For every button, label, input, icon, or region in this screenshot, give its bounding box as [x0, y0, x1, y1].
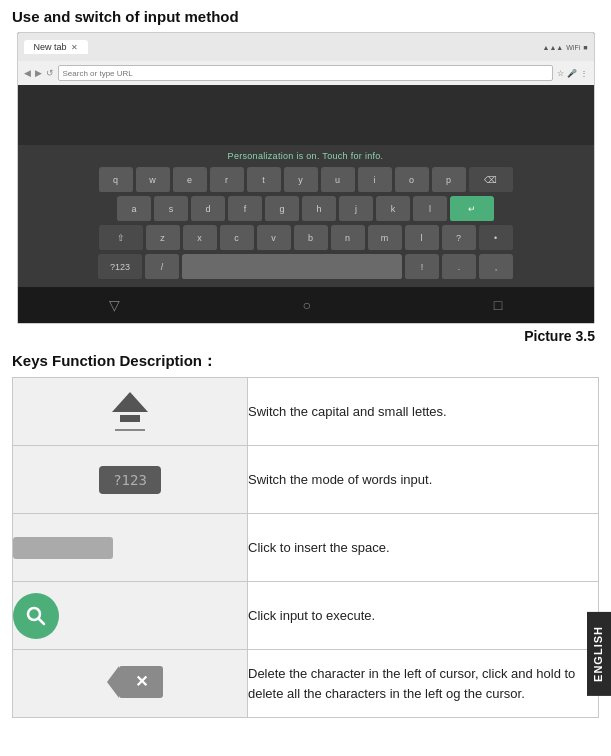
- menu-icon[interactable]: ⋮: [580, 69, 588, 78]
- search-circle-icon: [13, 593, 59, 639]
- key-e[interactable]: e: [173, 167, 207, 193]
- keyboard-row-2: a s d f g h j k l ↵: [22, 196, 590, 222]
- key-q[interactable]: q: [99, 167, 133, 193]
- key-s[interactable]: s: [154, 196, 188, 222]
- key-shift[interactable]: ⇧: [99, 225, 143, 251]
- mode-key-icon: ?123: [99, 466, 161, 494]
- key-x[interactable]: x: [183, 225, 217, 251]
- key-v[interactable]: v: [257, 225, 291, 251]
- keys-section-title: Keys Function Description：: [12, 352, 599, 371]
- key-o[interactable]: o: [395, 167, 429, 193]
- address-icons: ☆ 🎤 ⋮: [557, 69, 588, 78]
- forward-button[interactable]: ▶: [35, 68, 42, 78]
- delete-key-icon: ✕: [119, 666, 163, 698]
- key-period[interactable]: .: [442, 254, 476, 280]
- delete-icon-cell: ✕: [13, 650, 248, 718]
- table-row: ?123 Switch the mode of words input.: [13, 446, 599, 514]
- mode-description: Switch the mode of words input.: [248, 446, 599, 514]
- wifi-icon: WiFi: [566, 44, 580, 51]
- keyboard-row-3: ⇧ z x c v b n m l ? •: [22, 225, 590, 251]
- status-icons: ▲▲▲ WiFi ■: [542, 44, 587, 51]
- key-p[interactable]: p: [432, 167, 466, 193]
- browser-content: [18, 85, 594, 145]
- delete-description: Delete the character in the left of curs…: [248, 650, 599, 718]
- key-f[interactable]: f: [228, 196, 262, 222]
- function-table: Switch the capital and small lettes. ?12…: [12, 377, 599, 718]
- picture-label: Picture 3.5: [0, 324, 611, 348]
- key-i[interactable]: i: [358, 167, 392, 193]
- shift-arrow-shape: [112, 392, 148, 412]
- page-title: Use and switch of input method: [12, 8, 239, 25]
- sidebar-english-label: ENGLISH: [587, 612, 611, 696]
- space-description: Click to insert the space.: [248, 514, 599, 582]
- shift-icon: [112, 392, 148, 431]
- browser-tab: New tab ✕: [24, 40, 88, 54]
- key-b[interactable]: b: [294, 225, 328, 251]
- key-m[interactable]: m: [368, 225, 402, 251]
- space-bar-icon: [13, 537, 113, 559]
- shift-icon-cell: [13, 378, 248, 446]
- keys-section: Keys Function Description： Switch the ca…: [0, 348, 611, 718]
- svg-line-1: [39, 618, 45, 624]
- key-mode[interactable]: ?123: [98, 254, 142, 280]
- star-icon[interactable]: ☆: [557, 69, 564, 78]
- address-input[interactable]: [58, 65, 553, 81]
- mode-icon-cell: ?123: [13, 446, 248, 514]
- search-icon-cell: [13, 582, 248, 650]
- shift-line: [115, 429, 145, 431]
- key-exclaim[interactable]: !: [405, 254, 439, 280]
- delete-x-icon: ✕: [135, 672, 148, 691]
- address-bar-row: ◀ ▶ ↺ ☆ 🎤 ⋮: [18, 61, 594, 85]
- table-row: Switch the capital and small lettes.: [13, 378, 599, 446]
- search-svg-icon: [24, 604, 48, 628]
- key-t[interactable]: t: [247, 167, 281, 193]
- signal-icon: ▲▲▲: [542, 44, 563, 51]
- back-button[interactable]: ◀: [24, 68, 31, 78]
- table-row: Click input to execute.: [13, 582, 599, 650]
- key-l[interactable]: l: [413, 196, 447, 222]
- phone-screenshot: New tab ✕ ▲▲▲ WiFi ■ ◀ ▶ ↺ ☆ 🎤 ⋮ Persona…: [17, 32, 595, 324]
- key-r[interactable]: r: [210, 167, 244, 193]
- key-space[interactable]: [182, 254, 402, 280]
- home-nav-icon[interactable]: ○: [303, 297, 311, 313]
- key-delete[interactable]: ⌫: [469, 167, 513, 193]
- key-enter[interactable]: ↵: [450, 196, 494, 222]
- key-h[interactable]: h: [302, 196, 336, 222]
- key-w[interactable]: w: [136, 167, 170, 193]
- table-row: ✕ Delete the character in the left of cu…: [13, 650, 599, 718]
- keyboard-suggestion: Personalization is on. Touch for info.: [22, 151, 590, 161]
- keyboard-row-4: ?123 / ! . ,: [22, 254, 590, 280]
- key-y[interactable]: y: [284, 167, 318, 193]
- search-description: Click input to execute.: [248, 582, 599, 650]
- shift-description: Switch the capital and small lettes.: [248, 378, 599, 446]
- battery-icon: ■: [583, 44, 587, 51]
- back-nav-icon[interactable]: ▽: [109, 297, 120, 313]
- key-j[interactable]: j: [339, 196, 373, 222]
- recents-nav-icon[interactable]: □: [494, 297, 502, 313]
- header: Use and switch of input method: [0, 0, 611, 32]
- table-row: Click to insert the space.: [13, 514, 599, 582]
- key-a[interactable]: a: [117, 196, 151, 222]
- key-d[interactable]: d: [191, 196, 225, 222]
- key-z[interactable]: z: [146, 225, 180, 251]
- mic-icon[interactable]: 🎤: [567, 69, 577, 78]
- keyboard-row-1: q w e r t y u i o p ⌫: [22, 167, 590, 193]
- phone-nav: ▽ ○ □: [18, 287, 594, 323]
- key-g[interactable]: g: [265, 196, 299, 222]
- keyboard-container: Personalization is on. Touch for info. q…: [18, 145, 594, 287]
- shift-base-shape: [120, 415, 140, 422]
- key-slash[interactable]: /: [145, 254, 179, 280]
- key-n[interactable]: n: [331, 225, 365, 251]
- key-u[interactable]: u: [321, 167, 355, 193]
- key-comma[interactable]: ,: [479, 254, 513, 280]
- browser-bar: New tab ✕ ▲▲▲ WiFi ■: [18, 33, 594, 61]
- tab-close-icon[interactable]: ✕: [71, 43, 78, 52]
- key-k[interactable]: k: [376, 196, 410, 222]
- key-question[interactable]: ?: [442, 225, 476, 251]
- key-l2[interactable]: l: [405, 225, 439, 251]
- key-c[interactable]: c: [220, 225, 254, 251]
- space-icon-cell: [13, 514, 248, 582]
- tab-label: New tab: [34, 42, 67, 52]
- key-dot[interactable]: •: [479, 225, 513, 251]
- refresh-button[interactable]: ↺: [46, 68, 54, 78]
